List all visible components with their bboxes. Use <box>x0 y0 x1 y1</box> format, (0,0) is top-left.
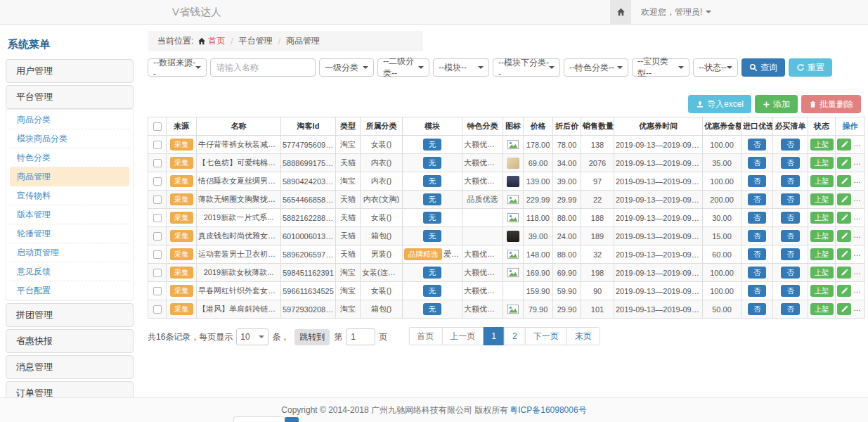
must-buy-toggle[interactable]: 否 <box>781 248 800 260</box>
edit-button[interactable] <box>837 267 851 279</box>
import-select-toggle[interactable]: 否 <box>748 248 767 260</box>
clipped-pager-box <box>233 416 285 422</box>
row-checkbox[interactable] <box>153 287 162 295</box>
status-toggle[interactable]: 上架 <box>810 157 834 169</box>
status-toggle[interactable]: 上架 <box>810 248 834 260</box>
edit-button[interactable] <box>837 212 851 224</box>
filter-select-特色分类[interactable]: --特色分类-- <box>564 58 628 77</box>
status-toggle[interactable]: 上架 <box>810 285 834 297</box>
page-size-select[interactable]: 10 <box>236 328 268 345</box>
page-button-1[interactable]: 1 <box>483 327 505 345</box>
must-buy-toggle[interactable]: 否 <box>781 285 800 297</box>
filter-select-模块下分类[interactable]: --模块下分类-- <box>493 58 560 77</box>
jump-button[interactable]: 跳转到 <box>294 329 330 345</box>
sidebar-item-轮播管理[interactable]: 轮播管理 <box>10 224 129 243</box>
batch-delete-button[interactable]: 批量删除 <box>801 95 861 113</box>
page-button-末页[interactable]: 末页 <box>566 327 600 345</box>
page-button-上一页[interactable]: 上一页 <box>441 327 484 345</box>
sidebar-sublist: 商品分类模块商品分类特色分类商品管理宣传物料版本管理轮播管理启动页管理意见反馈平… <box>6 109 134 301</box>
sidebar-section-拼团管理[interactable]: 拼团管理 <box>6 303 134 327</box>
must-buy-toggle[interactable]: 否 <box>781 267 800 279</box>
must-buy-toggle[interactable]: 否 <box>781 157 800 169</box>
import-excel-button[interactable]: 导入excel <box>688 95 751 113</box>
filter-select-一级分类[interactable]: 一级分类 <box>319 58 374 77</box>
must-buy-toggle[interactable]: 否 <box>781 193 800 205</box>
jump-page-input[interactable] <box>346 328 375 345</box>
sidebar-item-特色分类[interactable]: 特色分类 <box>10 148 129 167</box>
sidebar-item-商品管理[interactable]: 商品管理 <box>10 167 129 186</box>
name-search-input[interactable] <box>210 58 316 77</box>
row-checkbox[interactable] <box>153 305 162 314</box>
cell-source: 采集 <box>167 282 197 300</box>
row-checkbox[interactable] <box>153 214 162 222</box>
row-checkbox[interactable] <box>153 269 162 277</box>
import-select-toggle[interactable]: 否 <box>748 157 767 169</box>
row-checkbox[interactable] <box>153 159 162 167</box>
status-toggle[interactable]: 上架 <box>810 175 834 187</box>
row-checkbox[interactable] <box>153 196 162 204</box>
import-select-toggle[interactable]: 否 <box>748 212 767 224</box>
must-buy-toggle[interactable]: 否 <box>781 175 800 187</box>
edit-button[interactable] <box>837 248 851 260</box>
icp-link[interactable]: 粤ICP备16098006号 <box>510 404 586 416</box>
must-buy-toggle[interactable]: 否 <box>781 212 800 224</box>
select-all-checkbox[interactable] <box>153 122 162 131</box>
edit-button[interactable] <box>837 303 851 315</box>
filter-select-状态[interactable]: --状态-- <box>693 58 738 77</box>
sidebar-section-消息管理[interactable]: 消息管理 <box>6 355 134 379</box>
cell-icon <box>503 264 524 282</box>
status-toggle[interactable]: 上架 <box>810 230 834 242</box>
sidebar-item-版本管理[interactable]: 版本管理 <box>10 205 129 224</box>
caret-down-icon <box>363 66 368 69</box>
sidebar-item-模块商品分类[interactable]: 模块商品分类 <box>10 129 129 148</box>
import-select-toggle[interactable]: 否 <box>748 267 767 279</box>
import-select-toggle[interactable]: 否 <box>748 175 767 187</box>
filter-select-数据来源[interactable]: --数据来源-- <box>148 58 207 77</box>
row-checkbox[interactable] <box>153 177 162 186</box>
filter-select-二级分类[interactable]: --二级分类-- <box>377 58 429 77</box>
edit-button[interactable] <box>837 139 851 151</box>
import-select-toggle[interactable]: 否 <box>748 193 767 205</box>
edit-button[interactable] <box>837 230 851 242</box>
import-select-toggle[interactable]: 否 <box>748 285 767 297</box>
reset-button[interactable]: 重置 <box>789 58 832 77</box>
import-select-toggle[interactable]: 否 <box>748 139 767 151</box>
page-button-2[interactable]: 2 <box>504 327 526 345</box>
status-toggle[interactable]: 上架 <box>810 212 834 224</box>
home-button[interactable] <box>610 0 631 24</box>
row-checkbox[interactable] <box>153 141 162 149</box>
sidebar-section-用户管理[interactable]: 用户管理 <box>6 59 134 83</box>
user-menu[interactable]: 欢迎您，管理员! <box>631 6 711 18</box>
filter-select-模块[interactable]: --模块-- <box>433 58 489 77</box>
query-button[interactable]: 查询 <box>741 58 785 77</box>
sidebar-item-宣传物料[interactable]: 宣传物料 <box>10 186 129 205</box>
cell-status: 上架 <box>808 191 836 209</box>
sidebar-section-省惠快报[interactable]: 省惠快报 <box>6 329 134 353</box>
status-toggle[interactable]: 上架 <box>810 303 834 315</box>
sidebar-item-启动页管理[interactable]: 启动页管理 <box>10 243 129 262</box>
sidebar-section-平台管理[interactable]: 平台管理 <box>6 85 134 109</box>
sidebar-item-意见反馈[interactable]: 意见反馈 <box>10 262 129 281</box>
edit-button[interactable] <box>837 175 851 187</box>
import-select-toggle[interactable]: 否 <box>748 303 767 315</box>
sidebar-item-平台配置[interactable]: 平台配置 <box>10 281 129 300</box>
status-toggle[interactable]: 上架 <box>810 139 834 151</box>
edit-button[interactable] <box>837 193 851 205</box>
import-select-toggle[interactable]: 否 <box>748 230 767 242</box>
page-button-下一页[interactable]: 下一页 <box>525 327 567 345</box>
row-checkbox[interactable] <box>153 250 162 259</box>
must-buy-toggle[interactable]: 否 <box>781 303 800 315</box>
status-toggle[interactable]: 上架 <box>810 267 834 279</box>
edit-button[interactable] <box>837 157 851 169</box>
filter-select-宝贝类型[interactable]: --宝贝类型-- <box>632 58 689 77</box>
sidebar-section-订单管理[interactable]: 订单管理 <box>6 381 134 397</box>
must-buy-toggle[interactable]: 否 <box>781 139 800 151</box>
status-toggle[interactable]: 上架 <box>810 193 834 205</box>
sidebar-item-商品分类[interactable]: 商品分类 <box>10 110 129 129</box>
edit-button[interactable] <box>837 285 851 297</box>
breadcrumb-home-link[interactable]: 首页 <box>208 35 225 47</box>
page-button-首页[interactable]: 首页 <box>408 327 442 345</box>
add-button[interactable]: 添加 <box>755 95 798 113</box>
row-checkbox[interactable] <box>153 232 162 241</box>
must-buy-toggle[interactable]: 否 <box>781 230 800 242</box>
